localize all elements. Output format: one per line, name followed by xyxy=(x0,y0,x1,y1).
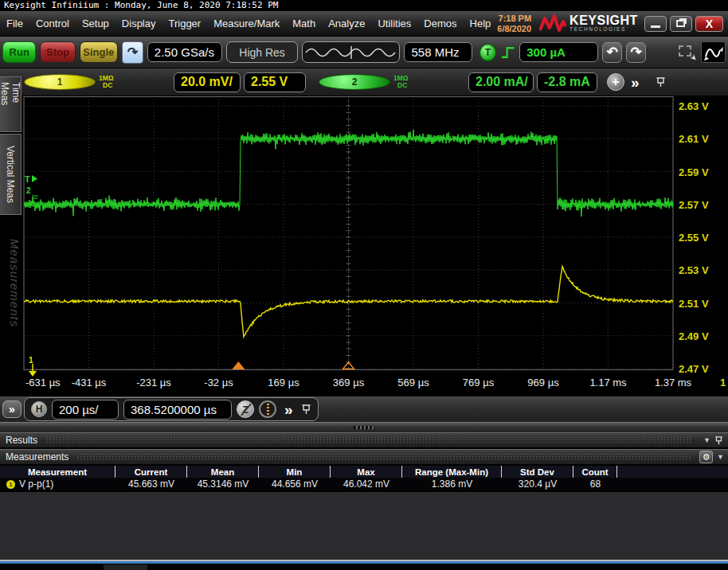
x-axis-label: 369 µs xyxy=(333,377,365,388)
run-button[interactable]: Run xyxy=(2,41,36,63)
channel-bar: 1 1MΩ DC 20.0 mV/ 2.55 V 2 1MΩ DC 2.00 m… xyxy=(0,68,728,96)
sine-preview-icon xyxy=(304,45,398,61)
hbar-pin-icon[interactable] xyxy=(301,404,311,416)
zoom-disabled-button[interactable]: Z xyxy=(237,400,254,418)
ch2-coupling[interactable]: 1MΩ DC xyxy=(393,75,465,90)
ch1-scale-display[interactable]: 20.0 mV/ xyxy=(174,72,241,92)
maximize-button[interactable] xyxy=(670,16,692,32)
trigger-level-marker: T xyxy=(25,174,30,184)
clock-time: 7:18 PM xyxy=(497,14,531,24)
hbar-more-button[interactable]: » xyxy=(2,400,22,418)
waveform-preview[interactable] xyxy=(302,41,400,63)
ch1-offset-display[interactable]: 2.55 V xyxy=(244,72,306,92)
oscilloscope-plot[interactable]: 2.63 V2.61 V2.59 V2.57 V2.55 V2.53 V2.51… xyxy=(22,96,728,396)
splitter-grip-icon xyxy=(354,426,374,429)
pin-icon[interactable] xyxy=(656,76,666,88)
gear-button[interactable]: ⚙ xyxy=(699,451,713,463)
menu-help[interactable]: Help xyxy=(464,11,498,36)
col-max[interactable]: Max xyxy=(331,466,402,478)
table-row[interactable]: 1 V p-p(1) 45.663 mV 45.3146 mV 44.656 m… xyxy=(0,478,728,490)
markers-button[interactable] xyxy=(259,400,276,418)
row-filler xyxy=(617,478,728,490)
menu-demos[interactable]: Demos xyxy=(417,11,463,36)
x-axis-label: 569 µs xyxy=(397,377,429,388)
close-button[interactable]: X xyxy=(695,16,723,32)
results-pin-icon[interactable] xyxy=(714,435,728,446)
menu-analyze[interactable]: Analyze xyxy=(322,11,371,36)
bandwidth-display[interactable]: 558 MHz xyxy=(404,42,472,62)
y-axis-label: 2.63 V xyxy=(679,100,709,112)
touch-button[interactable]: ↷ xyxy=(122,41,143,64)
menu-setup[interactable]: Setup xyxy=(76,11,115,36)
dotted-line-icon xyxy=(267,404,269,416)
ch1-ground-arrow-icon xyxy=(29,371,37,377)
measurements-collapse-icon[interactable]: ▼ xyxy=(713,453,728,461)
ch2-scale-display[interactable]: 2.00 mA/ xyxy=(468,72,534,92)
horizontal-bar: » H 200 µs/ 368.5200000 µs Z » xyxy=(0,396,728,422)
ch1-coupling[interactable]: 1MΩ DC xyxy=(99,75,170,90)
col-mean[interactable]: Mean xyxy=(187,466,259,478)
col-filler xyxy=(617,466,728,478)
waveform-display[interactable]: 2.63 V2.61 V2.59 V2.57 V2.55 V2.53 V2.51… xyxy=(22,96,728,396)
ch2-badge[interactable]: 2 xyxy=(319,74,390,90)
measurements-panel-bar[interactable]: Measurements ⚙ ▼ xyxy=(0,449,728,465)
menu-control[interactable]: Control xyxy=(29,11,76,36)
panel-splitter[interactable] xyxy=(0,422,728,432)
taskbar-hint xyxy=(104,564,147,570)
sample-rate-display[interactable]: 2.50 GSa/s xyxy=(147,42,222,62)
tab-vertical-meas[interactable]: Vertical Meas xyxy=(0,134,22,215)
col-measurement[interactable]: Measurement xyxy=(0,466,115,478)
menu-utilities[interactable]: Utilities xyxy=(371,11,417,36)
timebase-scale-display[interactable]: 200 µs/ xyxy=(52,400,119,420)
col-min[interactable]: Min xyxy=(259,466,331,478)
horizontal-badge[interactable]: H xyxy=(31,401,47,417)
autoscale-button[interactable] xyxy=(701,41,726,63)
row-min-value: 44.656 mV xyxy=(259,478,331,490)
keysight-spark-icon xyxy=(539,14,566,33)
undo-button[interactable]: ↶ xyxy=(602,42,622,63)
y-axis-label: 2.59 V xyxy=(679,166,709,178)
trigger-level-arrow-icon xyxy=(32,175,37,182)
timebase-position-display[interactable]: 368.5200000 µs xyxy=(123,400,232,420)
region-select-button[interactable]: ➤ xyxy=(677,43,697,62)
trigger-level-display[interactable]: 300 µA xyxy=(519,42,598,62)
menu-measure-mark[interactable]: Measure/Mark xyxy=(207,11,286,36)
results-collapse-icon[interactable]: ▼ xyxy=(699,436,714,444)
signal-arrows-icon xyxy=(703,44,724,61)
row-stddev-value: 320.4 µV xyxy=(502,478,573,490)
menu-trigger[interactable]: Trigger xyxy=(162,11,207,36)
ch2-offset-display[interactable]: -2.8 mA xyxy=(537,72,597,92)
row-mean-value: 45.3146 mV xyxy=(187,478,259,490)
menu-bar: File Control Setup Display Trigger Measu… xyxy=(0,11,728,37)
x-axis-label: -431 µs xyxy=(72,377,107,388)
ch2-ground-marker: 2 xyxy=(26,186,31,195)
menu-math[interactable]: Math xyxy=(286,11,322,36)
stop-button[interactable]: Stop xyxy=(40,41,75,63)
redo-button[interactable]: ↷ xyxy=(626,42,646,63)
y-axis-label: 2.61 V xyxy=(679,133,709,145)
col-current[interactable]: Current xyxy=(115,466,187,478)
ch1-badge[interactable]: 1 xyxy=(24,74,96,90)
hbar-chevrons[interactable]: » xyxy=(281,402,296,417)
col-count[interactable]: Count xyxy=(573,466,617,478)
ch2-coupling-mode: DC xyxy=(393,82,465,89)
single-button[interactable]: Single xyxy=(80,41,118,63)
minimize-button[interactable] xyxy=(644,16,667,32)
trigger-time-marker[interactable] xyxy=(232,361,245,369)
tab-time-meas[interactable]: Time Meas xyxy=(0,76,22,132)
channel-more-chevrons[interactable]: » xyxy=(628,75,643,90)
results-panel-bar[interactable]: Results ▼ xyxy=(0,432,728,448)
menu-display[interactable]: Display xyxy=(115,11,162,36)
clock: 7:18 PM 6/8/2020 xyxy=(497,14,539,33)
y-axis-label: 2.57 V xyxy=(679,199,709,211)
menu-file[interactable]: File xyxy=(0,11,29,36)
col-range[interactable]: Range (Max-Min) xyxy=(402,466,502,478)
x-axis-label: 1.37 ms xyxy=(655,377,692,388)
col-stddev[interactable]: Std Dev xyxy=(502,466,573,478)
add-channel-button[interactable]: + xyxy=(607,73,624,91)
row-max-value: 46.042 mV xyxy=(331,478,402,490)
trigger-badge[interactable]: T xyxy=(479,44,496,61)
trigger-edge-icon[interactable] xyxy=(500,44,515,61)
acquisition-mode-button[interactable]: High Res xyxy=(226,41,298,63)
measurements-table: Measurement Current Mean Min Max Range (… xyxy=(0,466,728,490)
